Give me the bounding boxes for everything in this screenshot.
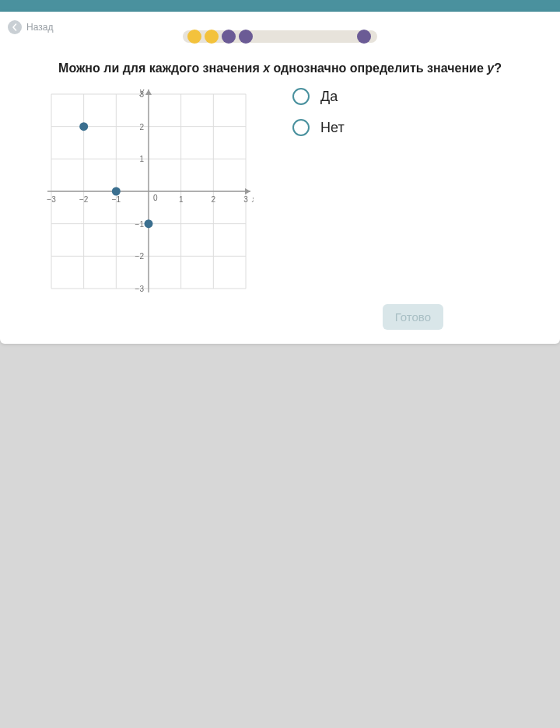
svg-text:x: x bbox=[251, 194, 254, 204]
submit-button[interactable]: Готово bbox=[383, 304, 443, 330]
answer-no-label: Нет bbox=[320, 120, 345, 136]
svg-text:−3: −3 bbox=[47, 195, 56, 204]
question-post: ? bbox=[494, 61, 502, 75]
app-header bbox=[0, 0, 560, 12]
radio-icon bbox=[292, 119, 310, 136]
question-mid: однозначно определить значение bbox=[270, 61, 487, 75]
svg-text:−2: −2 bbox=[135, 252, 145, 261]
svg-text:1: 1 bbox=[139, 155, 144, 163]
svg-text:2: 2 bbox=[212, 195, 216, 204]
svg-point-31 bbox=[79, 122, 88, 131]
svg-text:2: 2 bbox=[139, 123, 144, 131]
svg-text:−1: −1 bbox=[112, 195, 121, 204]
progress-bar bbox=[183, 30, 377, 43]
back-label: Назад bbox=[26, 22, 53, 33]
progress-dot bbox=[239, 30, 253, 44]
answer-group: Да Нет bbox=[292, 86, 345, 150]
answer-no[interactable]: Нет bbox=[292, 119, 345, 136]
question-text: Можно ли для каждого значения x однознач… bbox=[0, 38, 560, 86]
content-row: −3−2−10123−3−2−1123xy Да Нет bbox=[0, 86, 560, 296]
answer-yes[interactable]: Да bbox=[292, 88, 345, 105]
svg-text:−2: −2 bbox=[79, 195, 89, 204]
progress-track bbox=[183, 30, 377, 43]
svg-point-32 bbox=[112, 187, 121, 196]
svg-text:3: 3 bbox=[243, 195, 248, 204]
answer-yes-label: Да bbox=[320, 89, 338, 105]
svg-text:1: 1 bbox=[179, 195, 184, 204]
svg-text:0: 0 bbox=[153, 194, 158, 202]
scatter-chart: −3−2−10123−3−2−1123xy bbox=[36, 86, 254, 296]
exercise-card: Назад Можно ли для каждого значения x од… bbox=[0, 12, 560, 344]
subheader: Назад bbox=[0, 12, 560, 38]
question-var-y: y bbox=[487, 61, 494, 75]
question-pre: Можно ли для каждого значения bbox=[58, 61, 263, 75]
progress-dot bbox=[187, 30, 201, 44]
chevron-left-icon bbox=[8, 20, 22, 34]
progress-dot bbox=[222, 30, 236, 44]
svg-point-33 bbox=[145, 219, 153, 228]
question-var-x: x bbox=[263, 61, 270, 75]
svg-text:−1: −1 bbox=[135, 220, 145, 229]
submit-row: Готово bbox=[0, 296, 560, 333]
progress-dot bbox=[357, 30, 371, 44]
radio-icon bbox=[292, 88, 310, 105]
back-button[interactable]: Назад bbox=[8, 20, 53, 34]
progress-dot bbox=[205, 30, 219, 44]
svg-text:−3: −3 bbox=[135, 285, 145, 293]
